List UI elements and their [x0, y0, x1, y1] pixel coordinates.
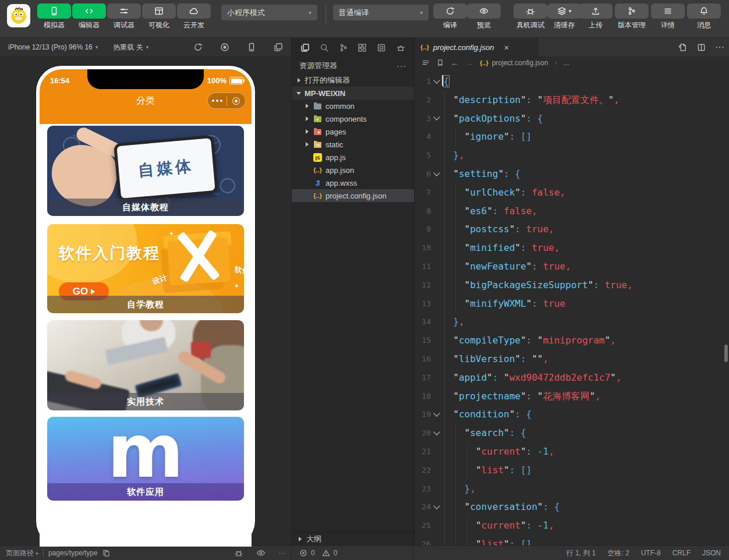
tree-item-static[interactable]: static [292, 138, 414, 151]
card-software-intro[interactable]: 软件入门教程 GO [47, 224, 244, 313]
card-practical-skills[interactable]: 实用技术 [47, 320, 244, 410]
more-dots-icon[interactable] [208, 100, 227, 102]
status-item[interactable]: 行 1, 列 1 [567, 548, 596, 558]
card-software-apps[interactable]: m 软件应用 [47, 417, 244, 501]
tree-item-mp-weixin[interactable]: MP-WEIXIN [292, 87, 414, 100]
code-line[interactable]: 4"ignore": [] [415, 127, 729, 146]
code-line[interactable]: 21"current": -1, [415, 442, 729, 461]
tab-project-config-json[interactable]: {..} project.config.json × [415, 38, 538, 56]
card-self-media[interactable]: 自媒体 自媒体教程 [47, 126, 244, 216]
mode-dropdown[interactable]: 小程序模式 ▾ [221, 5, 317, 20]
back-arrow-icon[interactable]: ← [451, 58, 459, 68]
search-icon[interactable] [320, 43, 329, 52]
exit-target-icon[interactable] [227, 97, 246, 105]
debugger-button[interactable]: 调试器 [108, 3, 140, 30]
split-editor-icon[interactable] [692, 38, 710, 56]
git-branch-icon[interactable] [339, 43, 348, 52]
code-line[interactable]: 3"packOptions": { [415, 109, 729, 128]
tree-item-app-wxss[interactable]: 3app.wxss [292, 176, 414, 189]
package-icon[interactable] [377, 43, 386, 52]
tree-item-app-json[interactable]: {..}app.json [292, 164, 414, 176]
code-line[interactable]: 15"compileType": "miniprogram", [415, 331, 729, 350]
extensions-icon[interactable] [358, 43, 367, 52]
tree-item-project-config-json[interactable]: {..}project.config.json [292, 189, 414, 202]
code-line[interactable]: 2"description": "项目配置文件。", [415, 91, 729, 109]
copy-icon[interactable] [102, 550, 110, 557]
outline-section[interactable]: 大纲 [292, 532, 414, 545]
teapot-utility-icon[interactable] [396, 43, 405, 52]
editor-scrollbar-thumb[interactable] [724, 345, 728, 362]
version-manage-button[interactable]: 版本管理 [616, 3, 647, 30]
simulator-button[interactable]: 模拟器 [38, 3, 70, 30]
code-line[interactable]: 6"setting": { [415, 165, 729, 183]
status-item[interactable]: UTF-8 [641, 549, 661, 557]
device-frame-icon[interactable] [247, 42, 256, 52]
cloud-dev-button[interactable]: 云开发 [178, 3, 210, 30]
forward-arrow-icon[interactable]: → [465, 58, 473, 68]
more-actions-icon[interactable]: ··· [710, 38, 729, 56]
bug-icon[interactable] [234, 548, 243, 558]
status-problems-section[interactable]: 0 0 [291, 546, 413, 560]
tree-item-app-js[interactable]: JSapp.js [292, 151, 414, 164]
current-page-path[interactable]: pages/type/type [48, 549, 98, 557]
fold-chevron-icon[interactable] [431, 498, 442, 516]
page-path-dropdown[interactable]: 页面路径 ▾ [6, 548, 38, 558]
code-line[interactable]: 20"search": { [415, 424, 729, 442]
code-line[interactable]: 22"list": [] [415, 461, 729, 480]
user-avatar[interactable] [7, 4, 30, 27]
code-line[interactable]: 14}, [415, 313, 729, 331]
tree-item-common[interactable]: common [292, 100, 414, 112]
fold-chevron-icon[interactable] [431, 424, 442, 442]
status-item[interactable]: CRLF [673, 549, 691, 557]
upload-button[interactable]: 上传 [580, 3, 611, 30]
code-line[interactable]: 12"bigPackageSizeSupport": true, [415, 276, 729, 295]
capsule-menu[interactable] [207, 93, 246, 109]
tree-item-pages[interactable]: pages [292, 125, 414, 138]
message-button[interactable]: 消息 [688, 3, 720, 30]
eye-icon[interactable] [256, 548, 266, 558]
code-line[interactable]: 9"postcss": true, [415, 220, 729, 239]
more-actions-icon[interactable]: ··· [397, 61, 406, 70]
hot-reload-toggle[interactable]: 热重载 关 ▾ [113, 42, 148, 52]
fold-chevron-icon[interactable] [431, 72, 442, 91]
breadcrumb-file[interactable]: {..} project.config.json [480, 59, 548, 67]
clear-cache-button[interactable]: ▾清缓存 [548, 3, 580, 30]
files-icon[interactable] [300, 43, 310, 52]
compile-button[interactable]: 编译 [434, 3, 466, 30]
code-line[interactable]: 11"newFeature": true, [415, 257, 729, 276]
code-line[interactable]: 18"projectname": "花海博客网", [415, 387, 729, 406]
tree-item-components[interactable]: components [292, 112, 414, 125]
code-line[interactable]: 25"current": -1, [415, 516, 729, 535]
code-line[interactable]: 10"minified": true, [415, 239, 729, 257]
code-line[interactable]: 8"es6": false, [415, 202, 729, 221]
refresh-icon[interactable] [193, 42, 203, 52]
breadcrumb-more[interactable]: ... [563, 59, 569, 67]
bookmark-icon[interactable] [436, 59, 444, 67]
more-actions-icon[interactable]: ··· [278, 549, 285, 557]
code-area[interactable]: 1{2"description": "项目配置文件。",3"packOption… [415, 69, 729, 545]
status-item[interactable]: 空格: 2 [607, 548, 629, 558]
tree-item-open-editors[interactable]: 打开的编辑器 [292, 74, 414, 87]
code-line[interactable]: 16"libVersion": "", [415, 350, 729, 368]
code-line[interactable]: 13"minifyWXML": true [415, 295, 729, 313]
code-line[interactable]: 24"conversation": { [415, 498, 729, 516]
code-line[interactable]: 7"urlCheck": false, [415, 183, 729, 202]
preview-button[interactable]: 预览 [468, 3, 500, 30]
code-line[interactable]: 17"appid": "wxd90472ddb2efc1c7", [415, 368, 729, 387]
editor-button[interactable]: 编辑器 [73, 3, 105, 30]
device-selector[interactable]: iPhone 12/13 (Pro) 96% 16 ▾ [8, 43, 98, 51]
code-line[interactable]: 26"list": [] [415, 535, 729, 545]
code-line[interactable]: 5}, [415, 146, 729, 165]
list-icon[interactable] [422, 59, 430, 67]
fold-chevron-icon[interactable] [431, 405, 442, 424]
visualization-button[interactable]: 可视化 [143, 3, 175, 30]
detail-button[interactable]: 详情 [652, 3, 684, 30]
fold-chevron-icon[interactable] [431, 165, 442, 183]
compile-mode-dropdown[interactable]: 普通编译 ▾ [333, 5, 429, 20]
open-preview-icon[interactable] [673, 38, 692, 56]
code-line[interactable]: 19"condition": { [415, 405, 729, 424]
screenshot-record-icon[interactable] [220, 42, 229, 52]
close-icon[interactable]: × [504, 42, 509, 52]
code-line[interactable]: 1{ [415, 72, 729, 91]
code-line[interactable]: 23}, [415, 480, 729, 498]
